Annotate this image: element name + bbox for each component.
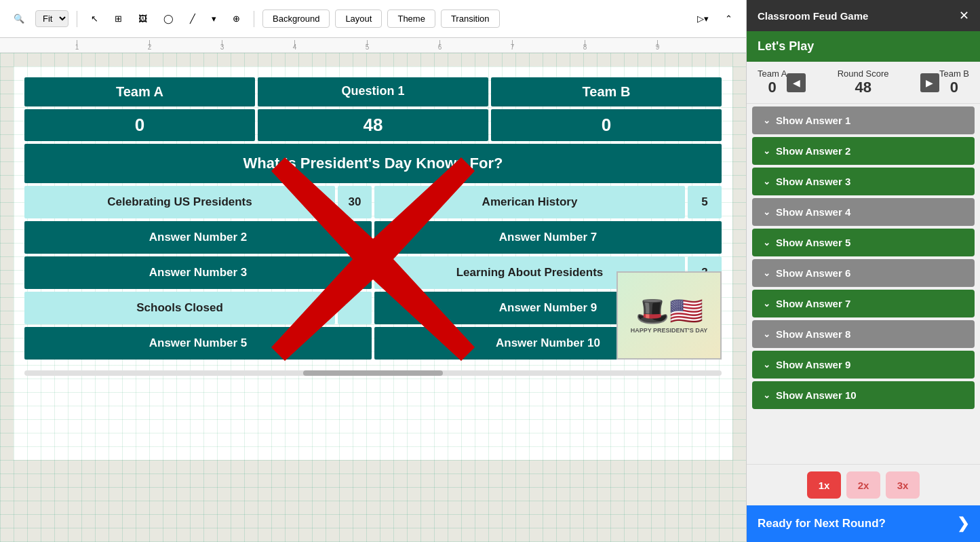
ruler-4: 4	[258, 43, 331, 51]
side-panel: Classroom Feud Game ✕ Let's Play Team A …	[746, 0, 980, 542]
answer-btn-3[interactable]: ⌄ Show Answer 3	[752, 168, 975, 195]
team-b-value: 0	[939, 79, 969, 96]
svg-marker-0	[271, 157, 475, 361]
next-round-btn[interactable]: ▶	[920, 73, 939, 92]
chevron-icon-9: ⌄	[763, 360, 770, 370]
image-btn[interactable]: 🖼	[133, 11, 153, 26]
mult-2x-btn[interactable]: 2x	[846, 471, 880, 499]
textbox-btn[interactable]: ⊕	[227, 11, 246, 26]
cursor-icon: ↖	[91, 14, 98, 24]
theme-btn[interactable]: Theme	[387, 9, 435, 28]
answer-btn-4[interactable]: ⌄ Show Answer 4	[752, 198, 975, 226]
ruler-6: 6	[404, 43, 476, 51]
ruler-9: 9	[621, 43, 694, 51]
round-score-section: Round Score 48	[806, 69, 920, 96]
ruler-1: 1	[41, 43, 113, 51]
next-round-text: Ready for Next Round?	[758, 517, 886, 530]
toolbar: 🔍 Fit ↖ ⊞ 🖼 ◯ ╱ ▾ ⊕ Background Layout Th…	[0, 0, 746, 38]
expand-btn[interactable]: ⌃	[720, 11, 738, 26]
zoom-select[interactable]: Fit	[35, 10, 68, 27]
answer-btn-6[interactable]: ⌄ Show Answer 6	[752, 259, 975, 287]
x-overlay	[271, 157, 475, 388]
present-btn[interactable]: ▷▾	[692, 11, 714, 26]
mult-1x-btn[interactable]: 1x	[807, 471, 841, 499]
close-btn[interactable]: ✕	[959, 8, 969, 23]
line-icon: ╱	[190, 14, 195, 24]
shape-btn[interactable]: ◯	[158, 11, 179, 26]
answer-btn-5[interactable]: ⌄ Show Answer 5	[752, 229, 975, 256]
answer-btn-10[interactable]: ⌄ Show Answer 10	[752, 381, 975, 409]
search-icon: 🔍	[14, 14, 24, 24]
next-arrow-icon: ❯	[957, 515, 969, 533]
chevron-icon-6: ⌄	[763, 268, 770, 278]
answer-btn-1[interactable]: ⌄ Show Answer 1	[752, 107, 975, 134]
select-icon: ⊞	[115, 14, 122, 24]
team-b-header: Team B	[491, 77, 722, 107]
chevron-icon-10: ⌄	[763, 390, 770, 400]
chevron-icon-8: ⌄	[763, 329, 770, 339]
president-image: 🎩🇺🇸 HAPPY PRESIDENT'S DAY	[616, 271, 722, 360]
team-a-header: Team A	[24, 77, 255, 107]
score-bar: Team A 0 ◀ Round Score 48 ▶ Team B 0	[747, 62, 980, 104]
round-score-label: Round Score	[806, 69, 920, 79]
chevron-icon-7: ⌄	[763, 298, 770, 309]
answer-6-score: 5	[688, 186, 722, 218]
team-b-section: Team B 0	[939, 69, 969, 96]
team-a-score: 0	[24, 109, 255, 141]
answer-btn-9[interactable]: ⌄ Show Answer 9	[752, 351, 975, 379]
cursor-btn[interactable]: ↖	[85, 11, 104, 26]
ruler-7: 7	[476, 43, 549, 51]
panel-title: Classroom Feud Game	[758, 10, 868, 22]
answer-btn-8[interactable]: ⌄ Show Answer 8	[752, 320, 975, 348]
chevron-icon-1: ⌄	[763, 115, 770, 125]
round-score-value: 48	[806, 79, 920, 96]
game-board: Team A Question 1 Team B 0 48 0 What Is …	[24, 77, 722, 360]
slide: Team A Question 1 Team B 0 48 0 What Is …	[14, 66, 732, 460]
header-row: Team A Question 1 Team B	[24, 77, 722, 107]
shape-icon: ◯	[163, 14, 174, 24]
divider-1	[77, 11, 77, 27]
answers-grid: Celebrating US Presidents 30 Answer Numb…	[24, 186, 722, 360]
ruler-5: 5	[331, 43, 404, 51]
team-a-value: 0	[758, 79, 787, 96]
chevron-icon-3: ⌄	[763, 176, 770, 187]
search-btn[interactable]: 🔍	[8, 11, 30, 26]
chevron-icon-2: ⌄	[763, 146, 770, 156]
panel-header: Classroom Feud Game ✕	[747, 0, 980, 31]
ruler-8: 8	[549, 43, 621, 51]
background-btn[interactable]: Background	[262, 9, 330, 28]
team-a-label: Team A	[758, 69, 787, 79]
answer-btn-2[interactable]: ⌄ Show Answer 2	[752, 137, 975, 165]
next-round-bar[interactable]: Ready for Next Round? ❯	[747, 505, 980, 542]
image-icon: 🖼	[138, 14, 147, 24]
select-btn[interactable]: ⊞	[109, 11, 128, 26]
team-b-label: Team B	[939, 69, 969, 79]
lets-play-bar: Let's Play	[747, 31, 980, 62]
canvas-area: Team A Question 1 Team B 0 48 0 What Is …	[0, 53, 746, 542]
textbox-icon: ⊕	[233, 14, 240, 24]
answers-panel: ⌄ Show Answer 1 ⌄ Show Answer 2 ⌄ Show A…	[747, 104, 980, 464]
answer-btn-7[interactable]: ⌄ Show Answer 7	[752, 290, 975, 317]
mult-3x-btn[interactable]: 3x	[886, 471, 920, 499]
question-header: Question 1	[258, 77, 488, 107]
layout-btn[interactable]: Layout	[335, 9, 382, 28]
team-a-section: Team A 0	[758, 69, 787, 96]
prev-round-btn[interactable]: ◀	[787, 73, 806, 92]
team-b-score: 0	[491, 109, 722, 141]
line-btn[interactable]: ╱	[184, 11, 201, 26]
score-row: 0 48 0	[24, 109, 722, 141]
transition-btn[interactable]: Transition	[441, 9, 500, 28]
round-score: 48	[258, 109, 488, 141]
dropdown-btn[interactable]: ▾	[206, 11, 222, 26]
ruler-2: 2	[113, 43, 186, 51]
multiplier-row: 1x 2x 3x	[747, 464, 980, 505]
divider-2	[254, 11, 254, 27]
chevron-icon-4: ⌄	[763, 207, 770, 217]
x-shape	[271, 157, 475, 388]
ruler-3: 3	[186, 43, 258, 51]
chevron-icon-5: ⌄	[763, 237, 770, 248]
ruler: 1 2 3 4 5 6 7 8 9	[0, 38, 746, 53]
